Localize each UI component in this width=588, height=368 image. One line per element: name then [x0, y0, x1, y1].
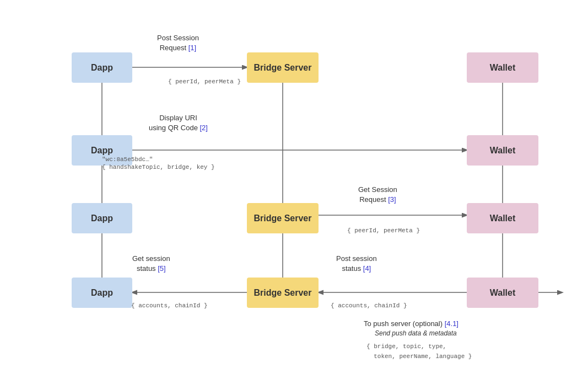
step4-label: Post sessionstatus [4] — [336, 254, 377, 274]
code-5: { accounts, chainId } — [131, 302, 208, 309]
step3-label: Get SessionRequest [3] — [358, 185, 397, 205]
bridge-box-2: Bridge Server — [247, 203, 319, 233]
step41-sub: Send push data & metadata — [375, 329, 457, 338]
bridge-box-1: Bridge Server — [247, 52, 319, 83]
wallet-box-1: Wallet — [467, 52, 538, 83]
step41-label: To push server (optional) [4.1] — [364, 319, 458, 329]
dapp-box-3: Dapp — [72, 203, 132, 233]
bridge-label-2: Bridge Server — [254, 214, 312, 223]
step1-label: Post SessionRequest [1] — [157, 33, 199, 53]
wallet-label-3: Wallet — [490, 214, 516, 223]
dapp-label-3: Dapp — [91, 214, 113, 223]
code-2a: "wc:8a5e5bdc…" — [102, 156, 153, 163]
dapp-label-1: Dapp — [91, 63, 113, 73]
dapp-label-4: Dapp — [91, 288, 113, 298]
dapp-label-2: Dapp — [91, 146, 113, 156]
code-3: { peerId, peerMeta } — [347, 227, 420, 234]
code-4: { accounts, chainId } — [331, 302, 407, 309]
wallet-label-1: Wallet — [490, 63, 516, 73]
dapp-box-4: Dapp — [72, 278, 132, 308]
wallet-label-4: Wallet — [490, 288, 516, 298]
wallet-box-2: Wallet — [467, 135, 538, 166]
code-2b: { handshakeTopic, bridge, key } — [102, 164, 215, 170]
wallet-label-2: Wallet — [490, 146, 516, 156]
code-1: { peerId, peerMeta } — [168, 78, 241, 85]
bridge-box-3: Bridge Server — [247, 278, 319, 308]
bridge-label-1: Bridge Server — [254, 63, 312, 73]
step2-label: Display URIusing QR Code [2] — [149, 113, 208, 133]
step5-label: Get sessionstatus [5] — [132, 254, 170, 274]
wallet-box-4: Wallet — [467, 278, 538, 308]
dapp-box-1: Dapp — [72, 52, 132, 83]
bridge-label-3: Bridge Server — [254, 288, 312, 298]
wallet-box-3: Wallet — [467, 203, 538, 233]
code-41: { bridge, topic, type, token, peerName, … — [366, 342, 472, 361]
